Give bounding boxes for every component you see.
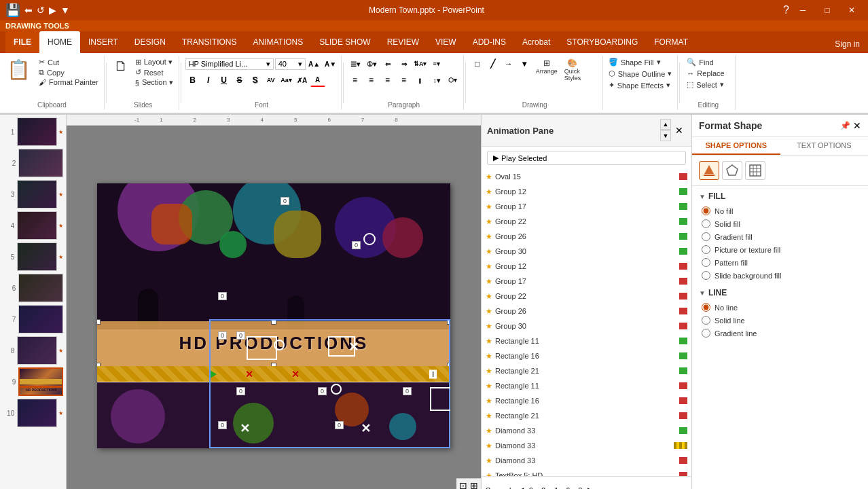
slide-thumb-3[interactable]: 3 ★ bbox=[3, 180, 63, 209]
slide-img-8[interactable] bbox=[17, 336, 57, 365]
select-btn[interactable]: ⬚ Select ▾ bbox=[684, 79, 727, 90]
rect-shape-3[interactable] bbox=[430, 387, 450, 411]
minimize-btn[interactable]: ─ bbox=[792, 0, 814, 20]
pattern-fill-radio[interactable] bbox=[702, 258, 710, 267]
slide-img-10[interactable] bbox=[17, 399, 57, 427]
tab-format[interactable]: FORMAT bbox=[646, 31, 696, 53]
anim-item-rect11-2[interactable]: ★ Rectangle 11 bbox=[482, 378, 691, 393]
fit-btn[interactable]: ⊡ bbox=[459, 480, 467, 489]
slide-thumb-10[interactable]: 10 ★ bbox=[3, 399, 63, 427]
line-spacing-btn[interactable]: ↕▾ bbox=[429, 73, 444, 87]
cut-btn[interactable]: ✂ Cut bbox=[36, 57, 101, 67]
tab-transitions[interactable]: TRANSITIONS bbox=[174, 31, 245, 53]
clear-format-btn[interactable]: ✗A bbox=[295, 73, 310, 87]
gradient-line-radio[interactable] bbox=[702, 329, 710, 338]
align-left-btn[interactable]: ≡ bbox=[348, 73, 363, 87]
no-fill-option[interactable]: No fill bbox=[699, 206, 861, 215]
slide-img-1[interactable] bbox=[17, 117, 57, 146]
anim-item-group30-2[interactable]: ★ Group 30 bbox=[482, 319, 691, 333]
shape-effects-btn[interactable]: ✦ Shape Effects ▾ bbox=[606, 80, 673, 90]
copy-btn[interactable]: ⧉ Copy bbox=[36, 67, 101, 77]
solid-fill-option[interactable]: Solid fill bbox=[699, 219, 861, 228]
anim-item-rect21-2[interactable]: ★ Rectangle 21 bbox=[482, 408, 691, 423]
gradient-fill-option[interactable]: Gradient fill bbox=[699, 232, 861, 241]
slide-canvas[interactable]: HD PRODUCTIONS ✕ ✕ bbox=[97, 183, 450, 448]
rect-shape-1[interactable] bbox=[247, 336, 277, 360]
format-pin-btn[interactable]: 📌 bbox=[840, 120, 850, 131]
arrange-btn[interactable]: ⊞Arrange bbox=[533, 57, 560, 76]
slide-thumb-6[interactable]: 6 bbox=[3, 274, 63, 302]
tab-slideshow[interactable]: SLIDE SHOW bbox=[311, 31, 378, 53]
tab-addins[interactable]: ADD-INS bbox=[465, 31, 514, 53]
shape-outline-btn[interactable]: ⬡ Shape Outline ▾ bbox=[606, 69, 675, 79]
tab-acrobat[interactable]: Acrobat bbox=[514, 31, 558, 53]
align-center-btn[interactable]: ≡ bbox=[364, 73, 379, 87]
reset-btn[interactable]: ↺ Reset bbox=[132, 67, 176, 77]
tab-design[interactable]: DESIGN bbox=[126, 31, 174, 53]
anim-item-group17-1[interactable]: ★ Group 17 bbox=[482, 199, 691, 214]
picture-fill-radio[interactable] bbox=[702, 245, 710, 254]
timeline-next-btn[interactable]: ▶ bbox=[587, 486, 594, 490]
tab-text-options[interactable]: TEXT OPTIONS bbox=[780, 137, 869, 155]
picture-fill-option[interactable]: Picture or texture fill bbox=[699, 245, 861, 254]
circle-handle-3[interactable] bbox=[331, 384, 342, 395]
anim-item-rect21-1[interactable]: ★ Rectangle 21 bbox=[482, 363, 691, 378]
increase-indent-btn[interactable]: ⇒ bbox=[397, 57, 412, 71]
font-name-select[interactable]: HP Simplified Li... ▾ bbox=[185, 58, 274, 70]
anim-item-rect16-1[interactable]: ★ Rectangle 16 bbox=[482, 348, 691, 363]
find-btn[interactable]: 🔍 Find bbox=[684, 57, 716, 67]
case-btn[interactable]: Aa▾ bbox=[279, 73, 294, 87]
bullets-btn[interactable]: ☰▾ bbox=[348, 57, 363, 71]
slide-img-9[interactable]: HD PRODUCTIONS bbox=[18, 367, 63, 396]
gradient-fill-radio[interactable] bbox=[702, 232, 710, 241]
shadow-btn[interactable]: S bbox=[248, 73, 263, 87]
quick-styles-btn[interactable]: 🎨QuickStyles bbox=[562, 57, 584, 83]
anim-item-group26-1[interactable]: ★ Group 26 bbox=[482, 229, 691, 244]
anim-item-group22-1[interactable]: ★ Group 22 bbox=[482, 214, 691, 229]
anim-item-rect16-2[interactable]: ★ Rectangle 16 bbox=[482, 393, 691, 408]
anim-nav-down[interactable]: ▼ bbox=[660, 130, 671, 141]
increase-font-btn[interactable]: A▲ bbox=[307, 57, 322, 71]
slide-img-5[interactable] bbox=[17, 242, 57, 271]
shape-line-btn[interactable]: ╱ bbox=[486, 57, 501, 71]
slide-bg-fill-option[interactable]: Slide background fill bbox=[699, 271, 861, 280]
align-text-btn[interactable]: ≡▾ bbox=[429, 57, 444, 71]
anim-item-group12-1[interactable]: ★ Group 12 bbox=[482, 184, 691, 199]
rect-shape-2[interactable] bbox=[328, 336, 355, 357]
sign-in-btn[interactable]: Sign in bbox=[827, 35, 868, 53]
justify-btn[interactable]: ≡ bbox=[397, 73, 412, 87]
paste-btn[interactable]: 📋 bbox=[3, 57, 35, 82]
italic-btn[interactable]: I bbox=[201, 73, 216, 87]
slide-thumb-7[interactable]: 7 bbox=[3, 305, 63, 333]
font-color-btn[interactable]: A bbox=[310, 73, 325, 87]
replace-btn[interactable]: ↔ Replace bbox=[684, 69, 727, 78]
anim-item-group12-2[interactable]: ★ Group 12 bbox=[482, 259, 691, 274]
tab-storyboarding[interactable]: STORYBOARDING bbox=[558, 31, 646, 53]
tab-file[interactable]: FILE bbox=[5, 31, 39, 53]
slide-img-2[interactable] bbox=[18, 149, 63, 177]
line-section-header[interactable]: ▼ LINE bbox=[699, 288, 861, 297]
solid-fill-radio[interactable] bbox=[702, 219, 710, 228]
format-fill-icon-btn[interactable] bbox=[699, 161, 719, 180]
decrease-indent-btn[interactable]: ⇐ bbox=[380, 57, 395, 71]
anim-item-group26-2[interactable]: ★ Group 26 bbox=[482, 304, 691, 319]
strikethrough-btn[interactable]: S bbox=[232, 73, 247, 87]
shape-rect-btn[interactable]: □ bbox=[470, 57, 485, 71]
tab-shape-options[interactable]: SHAPE OPTIONS bbox=[692, 137, 780, 155]
anim-close-btn[interactable]: ✕ bbox=[672, 119, 686, 142]
slide-thumb-1[interactable]: 1 ★ bbox=[3, 117, 63, 146]
slide-img-3[interactable] bbox=[17, 180, 57, 209]
font-size-select[interactable]: 40 ▾ bbox=[275, 58, 306, 70]
no-line-option[interactable]: No line bbox=[699, 303, 861, 312]
gradient-line-option[interactable]: Gradient line bbox=[699, 329, 861, 338]
shape-more-btn[interactable]: ▾ bbox=[517, 57, 532, 71]
anim-item-rect11-1[interactable]: ★ Rectangle 11 bbox=[482, 333, 691, 348]
close-btn[interactable]: ✕ bbox=[841, 0, 863, 20]
tab-view[interactable]: VIEW bbox=[427, 31, 465, 53]
play-selected-btn[interactable]: ▶ Play Selected bbox=[487, 151, 686, 165]
anim-nav-up[interactable]: ▲ bbox=[660, 119, 671, 130]
format-size-icon-btn[interactable] bbox=[745, 161, 765, 180]
format-close-btn[interactable]: ✕ bbox=[853, 120, 861, 131]
new-slide-btn[interactable]: 🗋 bbox=[111, 57, 131, 75]
shape-arrow-btn[interactable]: → bbox=[501, 57, 516, 71]
